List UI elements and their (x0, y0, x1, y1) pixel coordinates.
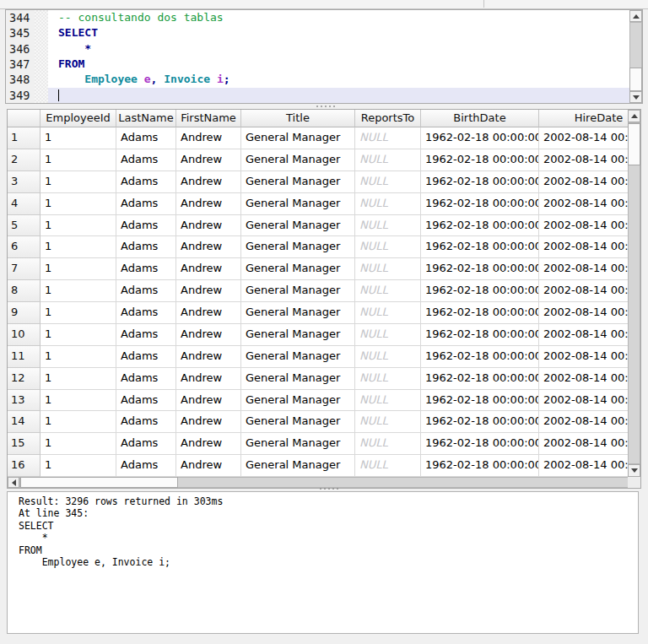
code-line[interactable]: Employee e, Invoice i; (48, 72, 629, 87)
sql-editor[interactable]: 344345346347348349 -- consultando dos ta… (5, 9, 643, 104)
table-cell[interactable]: General Manager (241, 411, 355, 433)
table-cell[interactable]: Andrew (176, 324, 241, 346)
row-header[interactable]: 2 (8, 149, 40, 171)
table-cell[interactable]: 1962-02-18 00:00:00 (421, 171, 539, 193)
table-cell[interactable]: General Manager (241, 368, 355, 390)
table-cell[interactable]: 1962-02-18 00:00:00 (421, 433, 539, 455)
table-cell[interactable]: General Manager (241, 280, 355, 302)
table-cell[interactable]: Adams (116, 411, 176, 433)
table-cell[interactable]: Adams (116, 346, 176, 368)
table-cell[interactable]: 2002-08-14 00:00:00 (539, 302, 628, 324)
table-cell[interactable]: 1 (40, 433, 116, 455)
table-cell[interactable]: Andrew (176, 215, 241, 237)
row-header[interactable]: 3 (8, 171, 40, 193)
table-cell[interactable]: 1962-02-18 00:00:00 (421, 302, 539, 324)
table-cell[interactable]: Andrew (176, 193, 241, 215)
table-cell[interactable]: 1962-02-18 00:00:00 (421, 390, 539, 412)
code-line[interactable]: -- consultando dos tablas (48, 10, 629, 25)
grid-scroll-left-button[interactable] (8, 477, 19, 488)
grid-vertical-scrollbar-track[interactable] (628, 122, 640, 464)
table-cell[interactable]: 2002-08-14 00:00:00 (539, 280, 628, 302)
row-header[interactable]: 1 (8, 127, 40, 149)
grid-scroll-down-button[interactable] (628, 464, 640, 477)
column-header-firstname[interactable]: FirstName (176, 110, 241, 127)
column-header-birthdate[interactable]: BirthDate (421, 110, 539, 127)
table-cell[interactable]: General Manager (241, 302, 355, 324)
table-cell[interactable]: General Manager (241, 433, 355, 455)
grid-corner-header[interactable] (8, 110, 40, 127)
table-cell[interactable]: 1962-02-18 00:00:00 (421, 215, 539, 237)
table-cell[interactable]: Adams (116, 455, 176, 477)
row-header[interactable]: 14 (8, 411, 40, 433)
table-cell[interactable]: Andrew (176, 258, 241, 280)
editor-scroll-up-button[interactable] (629, 10, 642, 22)
table-cell[interactable]: Andrew (176, 346, 241, 368)
table-cell[interactable]: 2002-08-14 00:00:00 (539, 455, 628, 477)
table-cell[interactable]: NULL (355, 346, 421, 368)
table-cell[interactable]: NULL (355, 258, 421, 280)
table-cell[interactable]: 1962-02-18 00:00:00 (421, 236, 539, 258)
table-cell[interactable]: 2002-08-14 00:00:00 (539, 236, 628, 258)
table-cell[interactable]: General Manager (241, 346, 355, 368)
column-header-hiredate[interactable]: HireDate (539, 110, 628, 127)
table-cell[interactable]: Adams (116, 236, 176, 258)
table-cell[interactable]: Adams (116, 280, 176, 302)
table-cell[interactable]: 1962-02-18 00:00:00 (421, 411, 539, 433)
table-cell[interactable]: NULL (355, 433, 421, 455)
table-cell[interactable]: Adams (116, 433, 176, 455)
code-line[interactable]: * (48, 41, 629, 57)
row-header[interactable]: 9 (8, 302, 40, 324)
table-cell[interactable]: Andrew (176, 149, 241, 171)
table-cell[interactable]: Adams (116, 324, 176, 346)
grid-vertical-scrollbar-thumb[interactable] (628, 123, 640, 165)
code-line[interactable]: SELECT (48, 25, 629, 41)
table-cell[interactable]: 1 (40, 149, 116, 171)
grid-horizontal-scrollbar-thumb[interactable] (20, 477, 178, 488)
row-header[interactable]: 10 (8, 324, 40, 346)
table-cell[interactable]: General Manager (241, 215, 355, 237)
table-cell[interactable]: Adams (116, 171, 176, 193)
table-cell[interactable]: 1 (40, 236, 116, 258)
table-cell[interactable]: NULL (355, 368, 421, 390)
table-cell[interactable]: 1962-02-18 00:00:00 (421, 149, 539, 171)
table-cell[interactable]: NULL (355, 171, 421, 193)
table-cell[interactable]: Adams (116, 368, 176, 390)
table-cell[interactable]: Andrew (176, 236, 241, 258)
table-cell[interactable]: 2002-08-14 00:00:00 (539, 171, 628, 193)
column-header-title[interactable]: Title (241, 110, 355, 127)
table-cell[interactable]: 2002-08-14 00:00:00 (539, 390, 628, 412)
table-cell[interactable]: 1 (40, 390, 116, 412)
table-cell[interactable]: Adams (116, 390, 176, 412)
table-cell[interactable]: General Manager (241, 149, 355, 171)
row-header[interactable]: 16 (8, 455, 40, 477)
table-cell[interactable]: 1 (40, 455, 116, 477)
column-header-lastname[interactable]: LastName (116, 110, 176, 127)
table-cell[interactable]: Andrew (176, 171, 241, 193)
editor-vertical-scrollbar-thumb[interactable] (629, 68, 642, 91)
table-cell[interactable]: 2002-08-14 00:00:00 (539, 346, 628, 368)
table-cell[interactable]: 2002-08-14 00:00:00 (539, 433, 628, 455)
table-cell[interactable]: NULL (355, 127, 421, 149)
table-cell[interactable]: Andrew (176, 127, 241, 149)
editor-scroll-down-button[interactable] (629, 91, 642, 103)
table-cell[interactable]: NULL (355, 455, 421, 477)
table-cell[interactable]: 1962-02-18 00:00:00 (421, 368, 539, 390)
table-cell[interactable]: Adams (116, 127, 176, 149)
table-cell[interactable]: 1 (40, 215, 116, 237)
table-cell[interactable]: NULL (355, 280, 421, 302)
table-cell[interactable]: Adams (116, 302, 176, 324)
table-cell[interactable]: NULL (355, 236, 421, 258)
row-header[interactable]: 7 (8, 258, 40, 280)
row-header[interactable]: 13 (8, 390, 40, 412)
table-cell[interactable]: 1 (40, 193, 116, 215)
table-cell[interactable]: 1962-02-18 00:00:00 (421, 280, 539, 302)
table-cell[interactable]: 1 (40, 302, 116, 324)
table-cell[interactable]: 2002-08-14 00:00:00 (539, 127, 628, 149)
table-cell[interactable]: 1962-02-18 00:00:00 (421, 258, 539, 280)
code-area[interactable]: -- consultando dos tablasSELECT *FROM Em… (48, 10, 629, 103)
table-cell[interactable]: NULL (355, 324, 421, 346)
table-cell[interactable]: Adams (116, 149, 176, 171)
table-cell[interactable]: NULL (355, 149, 421, 171)
code-line-current[interactable] (48, 88, 629, 103)
table-cell[interactable]: Adams (116, 193, 176, 215)
